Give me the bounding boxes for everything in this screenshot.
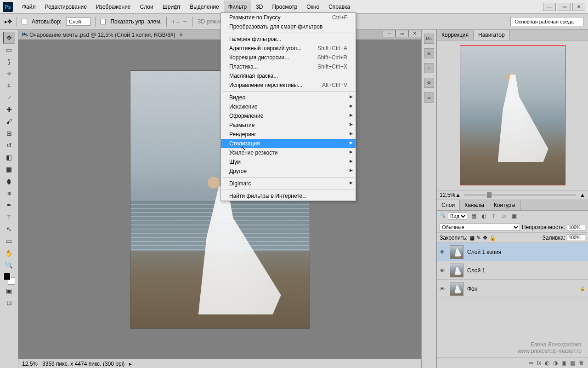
type-tool[interactable]: T <box>3 211 15 223</box>
dodge-tool[interactable]: ⎈ <box>3 187 15 199</box>
menu-просмотр[interactable]: Просмотр <box>267 0 302 13</box>
zoom-tool[interactable]: 🔍 <box>3 259 15 271</box>
status-arrow-icon[interactable]: ▸ <box>129 361 132 367</box>
menu-item[interactable]: Размытие▶ <box>221 121 356 130</box>
opacity-input[interactable] <box>567 224 585 231</box>
menu-item[interactable]: Шум▶ <box>221 157 356 167</box>
tab-navigator[interactable]: Навигатор <box>474 30 510 40</box>
lock-move-icon[interactable]: ✥ <box>483 235 487 241</box>
link-icon[interactable]: ⇔ <box>529 360 533 366</box>
lock-brush-icon[interactable]: ✎ <box>476 235 481 241</box>
lasso-tool[interactable]: ⟆ <box>3 56 15 68</box>
lock-pixels-icon[interactable]: ▦ <box>469 235 475 241</box>
menu-item[interactable]: Адаптивный широкий угол...Shift+Ctrl+A <box>221 44 356 53</box>
menu-item[interactable]: Преобразовать для смарт-фильтров <box>221 22 356 31</box>
eraser-tool[interactable]: ◧ <box>3 151 15 163</box>
eyedropper-tool[interactable]: ⟋ <box>3 92 15 104</box>
menu-3d[interactable]: 3D <box>251 0 267 13</box>
minimize-icon[interactable]: — <box>543 3 556 11</box>
menu-item[interactable]: Искажение▶ <box>221 102 356 111</box>
marquee-tool[interactable]: ▭ <box>3 44 15 56</box>
menu-редактирование[interactable]: Редактирование <box>40 0 91 13</box>
blend-mode-select[interactable]: Обычные <box>440 224 520 231</box>
history-brush-tool[interactable]: ↺ <box>3 139 15 151</box>
trash-icon[interactable]: 🗑 <box>579 360 584 366</box>
group-icon[interactable]: ▣ <box>561 360 566 366</box>
close-icon[interactable]: ✕ <box>572 3 585 11</box>
menu-item[interactable]: Найти фильтры в Интернете... <box>221 191 356 201</box>
menu-item[interactable]: Исправление перспективы...Alt+Ctrl+V <box>221 80 356 90</box>
layer-kind-select[interactable]: Вид <box>448 213 467 220</box>
menu-слои[interactable]: Слои <box>136 0 158 13</box>
tab-channels[interactable]: Каналы <box>460 200 489 210</box>
lock-all-icon[interactable]: 🔒 <box>489 235 496 241</box>
move-tool[interactable]: ✥ <box>3 32 15 44</box>
menu-item[interactable]: Коррекция дисторсии...Shift+Ctrl+R <box>221 53 356 62</box>
crop-tool[interactable]: ⌗ <box>3 80 15 92</box>
menu-item[interactable]: Масляная краска... <box>221 71 356 80</box>
wand-tool[interactable]: ✧ <box>3 68 15 80</box>
filter-shape-icon[interactable]: ▱ <box>500 213 508 220</box>
new-layer-icon[interactable]: ▦ <box>570 360 575 366</box>
menu-item[interactable]: Усиление резкости▶ <box>221 148 356 157</box>
tab-corrections[interactable]: Коррекция <box>437 30 474 40</box>
dock-paragraphs-icon[interactable]: ☰ <box>424 92 434 103</box>
zoom-out-icon[interactable]: ▲ <box>455 192 461 198</box>
doc-close-icon[interactable]: ✕ <box>408 30 421 37</box>
dock-minibridge-icon[interactable]: Mb <box>424 34 434 44</box>
filter-smart-icon[interactable]: ▣ <box>510 213 518 220</box>
zoom-in-icon[interactable]: ▲ <box>580 192 585 198</box>
pen-tool[interactable]: ✒ <box>3 199 15 211</box>
menu-шрифт[interactable]: Шрифт <box>158 0 185 13</box>
menu-item[interactable]: Digimarc▶ <box>221 179 356 188</box>
menu-фильтр[interactable]: Фильтр <box>224 0 251 13</box>
maximize-icon[interactable]: ▭ <box>558 3 571 11</box>
menu-файл[interactable]: Файл <box>17 0 40 13</box>
navigator-zoom[interactable]: 12,5% <box>440 192 455 198</box>
dock-brushes-icon[interactable]: ✿ <box>424 78 434 88</box>
color-swatch[interactable] <box>3 273 15 285</box>
filter-adjust-icon[interactable]: ◐ <box>480 213 487 220</box>
filter-type-icon[interactable]: T <box>490 213 498 220</box>
menu-item[interactable]: Видео▶ <box>221 93 356 102</box>
layer-row[interactable]: 👁Фон🔒 <box>437 280 588 298</box>
menu-справка[interactable]: Справка <box>324 0 355 13</box>
menu-item[interactable]: Другое▶ <box>221 167 356 176</box>
window-controls[interactable]: — ▭ ✕ <box>543 3 585 11</box>
gradient-tool[interactable]: ▦ <box>3 163 15 175</box>
navigator-slider[interactable] <box>464 194 576 196</box>
menu-item[interactable]: Галерея фильтров... <box>221 34 356 44</box>
filter-pixel-icon[interactable]: ▦ <box>470 213 477 220</box>
blur-tool[interactable]: ⬮ <box>3 175 15 187</box>
menu-изображение[interactable]: Изображение <box>91 0 136 13</box>
menu-item[interactable]: Стилизация▶ <box>221 139 356 148</box>
adjust-icon[interactable]: ◑ <box>553 360 558 366</box>
autoselect-target[interactable]: Слой <box>66 17 91 26</box>
fill-input[interactable] <box>567 234 585 241</box>
heal-tool[interactable]: ✚ <box>3 104 15 115</box>
menu-item[interactable]: Рендеринг▶ <box>221 130 356 139</box>
visibility-icon[interactable]: 👁 <box>440 249 446 255</box>
menu-item[interactable]: Размытие по ГауссуCtrl+F <box>221 13 356 22</box>
fx-icon[interactable]: fx <box>537 360 541 366</box>
dock-properties-icon[interactable]: ⟐ <box>424 63 434 73</box>
visibility-icon[interactable]: 👁 <box>440 286 446 292</box>
status-zoom[interactable]: 12,5% <box>22 361 38 367</box>
hand-tool[interactable]: ✋ <box>3 247 15 259</box>
visibility-icon[interactable]: 👁 <box>440 268 446 273</box>
path-tool[interactable]: ↖ <box>3 223 15 235</box>
dock-history-icon[interactable]: ⊞ <box>424 48 434 58</box>
doc-maximize-icon[interactable]: ▭ <box>396 30 408 37</box>
tab-close-icon[interactable]: ✕ <box>179 32 183 37</box>
show-controls-checkbox[interactable] <box>100 19 106 24</box>
menu-item[interactable]: Оформление▶ <box>221 111 356 121</box>
navigator-thumbnail[interactable] <box>460 45 565 185</box>
doc-minimize-icon[interactable]: — <box>383 30 396 37</box>
shape-tool[interactable]: ▭ <box>3 235 15 247</box>
tab-paths[interactable]: Контуры <box>489 200 520 210</box>
autoselect-checkbox[interactable] <box>22 19 27 24</box>
quickmask-tool[interactable]: ▣ <box>3 285 15 297</box>
screenmode-tool[interactable]: ⊡ <box>3 297 15 309</box>
stamp-tool[interactable]: ⊞ <box>3 127 15 139</box>
filter-menu-dropdown[interactable]: Размытие по ГауссуCtrl+FПреобразовать дл… <box>220 12 356 201</box>
